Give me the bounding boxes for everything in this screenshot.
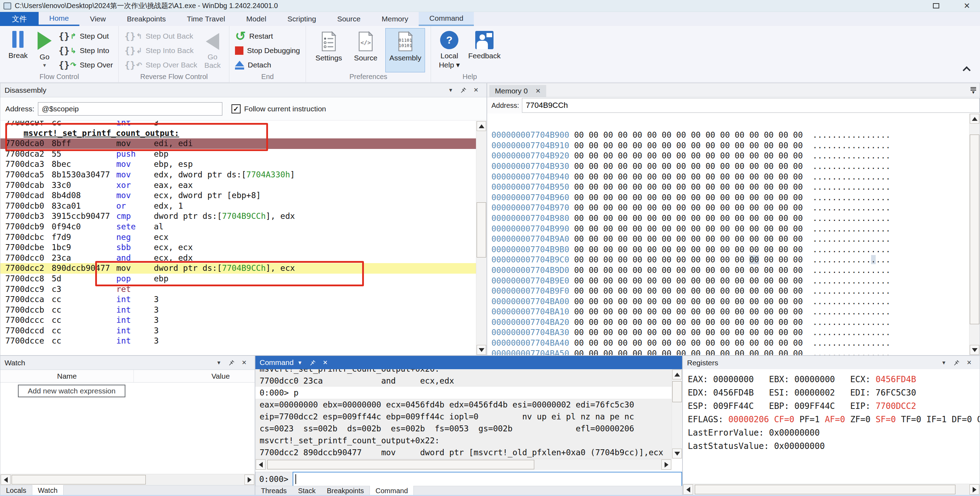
scroll-thumb[interactable] — [11, 475, 146, 485]
scroll-left-button[interactable] — [683, 485, 693, 494]
column-name[interactable]: Name — [0, 370, 134, 382]
source-button[interactable]: </> Source — [350, 28, 382, 72]
disasm-row[interactable]: 7700dcccccint3 — [0, 315, 476, 326]
ribbon-tab-scripting[interactable]: Scripting — [277, 12, 327, 26]
memory-row[interactable]: 000000007704B960 00 00 00 00 00 00 00 00… — [487, 192, 969, 203]
scroll-right-button[interactable] — [245, 475, 254, 485]
assembly-button[interactable]: 01101 10101 Assembly — [385, 28, 425, 72]
scroll-thumb[interactable] — [672, 381, 682, 402]
memory-row[interactable]: 000000007704B920 00 00 00 00 00 00 00 00… — [487, 151, 969, 161]
close-panel-icon[interactable]: ✕ — [238, 359, 250, 366]
disasm-row[interactable]: 7700dcc2890dccb90477movdword ptr ds:[770… — [0, 263, 476, 273]
step-out-button[interactable]: {}↱ Step Out — [59, 29, 113, 43]
ribbon-tab-model[interactable]: Model — [236, 12, 277, 26]
go-dropdown-caret[interactable]: ▾ — [43, 62, 46, 68]
scroll-thumb[interactable] — [267, 460, 534, 469]
tab-threads[interactable]: Threads — [255, 486, 292, 496]
memory-address-input[interactable] — [522, 98, 980, 113]
scroll-right-button[interactable] — [662, 459, 671, 470]
memory-row[interactable]: 000000007704BA00 00 00 00 00 00 00 00 00… — [487, 296, 969, 307]
memory-row[interactable]: 000000007704B9B0 00 00 00 00 00 00 00 00… — [487, 245, 969, 255]
panel-menu-icon[interactable]: ▾ — [937, 359, 950, 366]
step-into-button[interactable]: {}↳ Step Into — [59, 43, 113, 57]
pin-icon[interactable] — [225, 359, 238, 366]
memory-row[interactable]: 000000007704BA40 00 00 00 00 00 00 00 00… — [487, 338, 969, 348]
memory-row[interactable]: 000000007704B950 00 00 00 00 00 00 00 00… — [487, 182, 969, 192]
memory-row[interactable]: 000000007704BA10 00 00 00 00 00 00 00 00… — [487, 307, 969, 317]
memory-hex-dump[interactable]: 000000007704B900 00 00 00 00 00 00 00 00… — [487, 113, 969, 355]
close-button[interactable]: ✕ — [964, 2, 970, 10]
scroll-thumb[interactable] — [970, 135, 979, 324]
go-back-button[interactable]: Go Back — [202, 28, 224, 72]
scroll-up-button[interactable] — [672, 370, 682, 379]
disasm-row[interactable]: 7700dcb90f94c0seteal — [0, 222, 476, 232]
memory-row[interactable]: 000000007704B940 00 00 00 00 00 00 00 00… — [487, 172, 969, 182]
step-into-back-button[interactable]: {}↲ Step Into Back — [124, 43, 197, 57]
command-input[interactable] — [293, 472, 682, 486]
disassembly-address-input[interactable] — [38, 102, 222, 116]
disasm-row[interactable]: 7700dc9fccint3 — [0, 121, 476, 128]
disasm-row[interactable]: 7700dcc9c3ret — [0, 284, 476, 295]
step-over-button[interactable]: {}↷ Step Over — [59, 58, 113, 72]
scroll-down-button[interactable] — [672, 448, 682, 458]
tab-command[interactable]: Command — [369, 486, 414, 496]
settings-button[interactable]: Settings — [312, 28, 346, 72]
scroll-up-button[interactable] — [477, 121, 486, 131]
disasm-row[interactable]: 7700dcab33c0xoreax, eax — [0, 180, 476, 191]
pin-icon[interactable] — [950, 359, 963, 366]
watch-hscrollbar[interactable] — [0, 474, 255, 485]
collapse-ribbon-icon[interactable] — [964, 67, 971, 71]
close-panel-icon[interactable]: ✕ — [319, 359, 332, 366]
panel-menu-icon[interactable]: ▾ — [213, 359, 225, 366]
disasm-row[interactable]: 7700dcc023caandecx, edx — [0, 253, 476, 264]
ribbon-tab-memory[interactable]: Memory — [371, 12, 419, 26]
local-help-button[interactable]: ? Local Help ▾ — [437, 28, 462, 72]
scroll-right-button[interactable] — [969, 485, 979, 494]
disasm-row[interactable]: 7700dcceccint3 — [0, 336, 476, 347]
memory-row[interactable]: 000000007704B980 00 00 00 00 00 00 00 00… — [487, 213, 969, 224]
tab-watch[interactable]: Watch — [32, 485, 64, 496]
close-panel-icon[interactable]: ✕ — [963, 359, 975, 366]
feedback-button[interactable]: Feedback — [466, 28, 503, 72]
memory-row[interactable]: 000000007704B9F0 00 00 00 00 00 00 00 00… — [487, 286, 969, 296]
disasm-row[interactable]: 7700dca58b1530a30477movedx, dword ptr ds… — [0, 170, 476, 180]
memory-row[interactable]: 000000007704B9A0 00 00 00 00 00 00 00 00… — [487, 234, 969, 245]
break-button[interactable]: Break — [6, 28, 30, 72]
ribbon-tab-view[interactable]: View — [80, 12, 116, 26]
disasm-row[interactable]: 7700dca08bffmovedi, edi — [0, 138, 476, 149]
scroll-left-button[interactable] — [256, 459, 266, 470]
disasm-row[interactable]: 7700dcb083ca01oredx, 1 — [0, 201, 476, 211]
disasm-row[interactable]: 7700dccaccint3 — [0, 294, 476, 305]
memory-tab[interactable]: Memory 0 ✕ — [489, 85, 546, 97]
disasm-row[interactable]: 7700dcb33915ccb90477cmpdword ptr ds:[770… — [0, 211, 476, 222]
registers-hscrollbar[interactable] — [683, 484, 980, 495]
close-panel-icon[interactable]: ✕ — [469, 86, 482, 94]
step-over-back-button[interactable]: {}↶ Step Over Back — [124, 58, 197, 72]
scroll-thumb[interactable] — [695, 485, 955, 494]
scroll-left-button[interactable] — [1, 475, 11, 485]
restart-button[interactable]: ↺ Restart — [235, 29, 300, 43]
memory-row[interactable]: 000000007704B910 00 00 00 00 00 00 00 00… — [487, 140, 969, 151]
close-memory-tab-icon[interactable]: ✕ — [535, 87, 541, 95]
memory-vscrollbar[interactable] — [969, 113, 980, 355]
ribbon-tab-source[interactable]: Source — [327, 12, 371, 26]
disasm-row[interactable]: 7700dca38becmovebp, esp — [0, 159, 476, 170]
detach-button[interactable]: Detach — [235, 58, 300, 72]
memory-menu-icon[interactable]: ▼ — [970, 87, 976, 94]
scroll-up-button[interactable] — [970, 114, 979, 124]
ribbon-tab-home[interactable]: Home — [39, 12, 80, 26]
ribbon-tab-breakpoints[interactable]: Breakpoints — [116, 12, 176, 26]
tab-locals[interactable]: Locals — [0, 485, 32, 496]
add-watch-expression-button[interactable]: Add new watch expression — [18, 385, 126, 397]
stop-debugging-button[interactable]: Stop Debugging — [235, 43, 300, 57]
panel-menu-icon[interactable]: ▾ — [294, 359, 306, 366]
ribbon-tab-time-travel[interactable]: Time Travel — [176, 12, 236, 26]
command-vscrollbar[interactable] — [671, 369, 682, 459]
column-value[interactable]: Value — [134, 370, 255, 382]
follow-checkbox[interactable]: ✓ — [231, 104, 240, 113]
tab-stack[interactable]: Stack — [292, 486, 321, 496]
memory-row[interactable]: 000000007704B930 00 00 00 00 00 00 00 00… — [487, 161, 969, 172]
pin-icon[interactable] — [306, 359, 319, 366]
scroll-down-button[interactable] — [970, 345, 979, 355]
step-out-back-button[interactable]: {}↰ Step Out Back — [124, 29, 197, 43]
